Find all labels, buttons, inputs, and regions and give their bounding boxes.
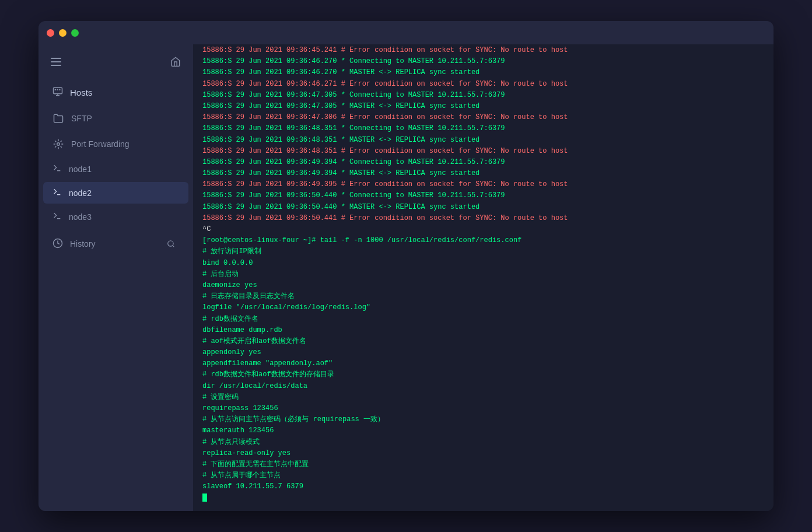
terminal-line: dir /usr/local/redis/data bbox=[202, 381, 764, 392]
hosts-icon bbox=[52, 86, 63, 99]
hosts-label: Hosts bbox=[70, 88, 92, 97]
terminal-output[interactable]: 15886:S 29 Jun 2021 09:36:40.018 * MASTE… bbox=[193, 44, 774, 511]
terminal-line: 15886:S 29 Jun 2021 09:36:49.395 # Error… bbox=[202, 179, 764, 190]
titlebar bbox=[38, 21, 774, 44]
menu-button[interactable] bbox=[48, 54, 64, 70]
node3-label: node3 bbox=[69, 212, 92, 222]
terminal-line: dbfilename dump.rdb bbox=[202, 325, 764, 336]
sidebar-item-history[interactable]: History bbox=[43, 230, 188, 258]
history-search-button[interactable] bbox=[163, 236, 179, 252]
terminal-line: # rdb数据文件名 bbox=[202, 314, 764, 325]
svg-line-13 bbox=[173, 246, 174, 247]
terminal-line: 15886:S 29 Jun 2021 09:36:47.305 * Conne… bbox=[202, 90, 764, 101]
terminal-line: # rdb数据文件和aof数据文件的存储目录 bbox=[202, 369, 764, 380]
terminal-line: 15886:S 29 Jun 2021 09:36:50.441 # Error… bbox=[202, 213, 764, 224]
terminal-icon-node3 bbox=[52, 211, 62, 222]
svg-rect-0 bbox=[51, 58, 61, 59]
sidebar-item-node3[interactable]: node3 bbox=[43, 206, 188, 228]
terminal-line: appendfilename "appendonly.aof" bbox=[202, 358, 764, 369]
terminal-line: replica-read-only yes bbox=[202, 448, 764, 459]
terminal-line: # 从节点属于哪个主节点 bbox=[202, 470, 764, 481]
home-button[interactable] bbox=[167, 54, 184, 70]
terminal-line: 15886:S 29 Jun 2021 09:36:48.351 # Error… bbox=[202, 146, 764, 157]
terminal-line: 15886:S 29 Jun 2021 09:36:49.394 * MASTE… bbox=[202, 168, 764, 179]
terminal-line: logfile "/usr/local/redis/log/redis.log" bbox=[202, 302, 764, 313]
traffic-lights bbox=[47, 29, 79, 37]
terminal-line: [root@centos-linux-four ~]# tail -f -n 1… bbox=[202, 235, 764, 246]
terminal-line: # 从节点访问主节点密码（必须与 requirepass 一致） bbox=[202, 414, 764, 425]
maximize-button[interactable] bbox=[71, 29, 79, 37]
terminal-line: 15886:S 29 Jun 2021 09:36:50.440 * Conne… bbox=[202, 190, 764, 201]
sidebar-header bbox=[38, 49, 193, 79]
port-forwarding-icon bbox=[52, 138, 64, 150]
terminal-icon-node1 bbox=[52, 163, 62, 174]
svg-rect-5 bbox=[57, 89, 58, 90]
terminal-line: appendonly yes bbox=[202, 347, 764, 358]
terminal-line: # 后台启动 bbox=[202, 269, 764, 280]
terminal-line: 15886:S 29 Jun 2021 09:36:49.394 * Conne… bbox=[202, 157, 764, 168]
minimize-button[interactable] bbox=[59, 29, 66, 37]
terminal-cursor-line bbox=[202, 493, 764, 504]
history-icon bbox=[52, 238, 63, 250]
terminal-line: 15886:S 29 Jun 2021 09:36:47.306 # Error… bbox=[202, 112, 764, 123]
terminal-line: # 从节点只读模式 bbox=[202, 437, 764, 448]
terminal-line: 15886:S 29 Jun 2021 09:36:46.271 # Error… bbox=[202, 79, 764, 90]
terminal-line: # 日志存储目录及日志文件名 bbox=[202, 291, 764, 302]
terminal-line: 15886:S 29 Jun 2021 09:36:50.440 * MASTE… bbox=[202, 202, 764, 213]
svg-point-7 bbox=[57, 143, 60, 146]
terminal-line: masterauth 123456 bbox=[202, 425, 764, 436]
svg-rect-6 bbox=[59, 89, 60, 90]
svg-rect-3 bbox=[54, 88, 62, 94]
sidebar-item-node1[interactable]: node1 bbox=[43, 158, 188, 180]
content-area: Hosts SFTP Port Forwarding bbox=[38, 44, 774, 511]
sidebar-item-node2[interactable]: node2 bbox=[43, 182, 188, 204]
svg-rect-4 bbox=[55, 89, 56, 90]
svg-rect-1 bbox=[51, 61, 61, 62]
main-window: Hosts SFTP Port Forwarding bbox=[38, 21, 774, 511]
terminal-line: bind 0.0.0.0 bbox=[202, 258, 764, 269]
node2-label: node2 bbox=[69, 188, 92, 198]
sftp-icon bbox=[52, 113, 64, 124]
terminal-line: 15886:S 29 Jun 2021 09:36:48.351 * Conne… bbox=[202, 123, 764, 134]
close-button[interactable] bbox=[47, 29, 54, 37]
terminal-cursor bbox=[202, 494, 207, 502]
svg-rect-2 bbox=[51, 65, 61, 66]
terminal-line: requirepass 123456 bbox=[202, 403, 764, 414]
sidebar-item-hosts[interactable]: Hosts bbox=[43, 80, 188, 104]
sidebar-item-sftp[interactable]: SFTP bbox=[43, 107, 188, 130]
terminal-line: 15886:S 29 Jun 2021 09:36:46.270 * MASTE… bbox=[202, 67, 764, 78]
terminal-line: 15886:S 29 Jun 2021 09:36:46.270 * Conne… bbox=[202, 56, 764, 67]
terminal-icon-node2 bbox=[52, 187, 62, 198]
terminal-line: 15886:S 29 Jun 2021 09:36:45.241 # Error… bbox=[202, 45, 764, 56]
terminal-line: 15886:S 29 Jun 2021 09:36:47.305 * MASTE… bbox=[202, 101, 764, 112]
history-label: History bbox=[70, 239, 96, 249]
svg-point-12 bbox=[168, 241, 173, 246]
sidebar: Hosts SFTP Port Forwarding bbox=[38, 44, 193, 511]
terminal-line: ^C bbox=[202, 224, 764, 235]
sftp-label: SFTP bbox=[71, 114, 179, 123]
node1-label: node1 bbox=[69, 164, 92, 174]
history-left: History bbox=[52, 238, 96, 250]
terminal-line: # 设置密码 bbox=[202, 392, 764, 403]
terminal-line: daemonize yes bbox=[202, 280, 764, 291]
terminal-line: # 放行访问IP限制 bbox=[202, 246, 764, 257]
port-forwarding-label: Port Forwarding bbox=[71, 139, 179, 149]
terminal-line: slaveof 10.211.55.7 6379 bbox=[202, 481, 764, 492]
terminal-line: # aof模式开启和aof数据文件名 bbox=[202, 336, 764, 347]
terminal-line: # 下面的配置无需在主节点中配置 bbox=[202, 459, 764, 470]
terminal-line: 15886:S 29 Jun 2021 09:36:48.351 * MASTE… bbox=[202, 135, 764, 146]
sidebar-item-port-forwarding[interactable]: Port Forwarding bbox=[43, 132, 188, 156]
